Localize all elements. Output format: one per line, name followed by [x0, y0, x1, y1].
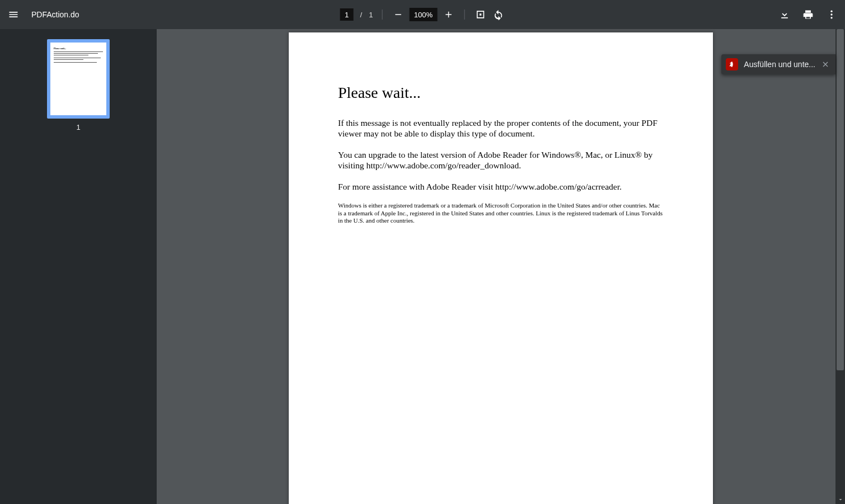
adobe-popup[interactable]: Ausfüllen und unte... [721, 54, 835, 74]
thumbnail-wrapper: Please wait... 1 [47, 39, 110, 131]
toolbar-right [778, 8, 838, 21]
rotate-icon[interactable] [491, 8, 505, 21]
close-icon[interactable] [821, 60, 830, 69]
toolbar-center: / 1 100% [340, 8, 505, 21]
thumb-tiny-line [54, 55, 88, 55]
toolbar-left: PDFAction.do [7, 8, 79, 21]
thumb-tiny-line [54, 62, 97, 63]
zoom-in-icon[interactable] [442, 8, 455, 21]
separator [382, 10, 382, 20]
thumb-tiny-line [54, 51, 103, 52]
svg-point-2 [830, 17, 832, 18]
file-title: PDFAction.do [31, 10, 79, 19]
thumb-tiny-line [54, 59, 83, 60]
download-icon[interactable] [778, 8, 791, 21]
doc-paragraph-2: You can upgrade to the latest version of… [338, 149, 664, 171]
separator [464, 10, 464, 20]
doc-legal: Windows is either a registered trademark… [338, 202, 664, 225]
doc-heading: Please wait... [338, 84, 664, 102]
page-input[interactable] [340, 8, 354, 21]
svg-point-0 [830, 11, 832, 12]
fit-page-icon[interactable] [473, 8, 487, 21]
viewer-body: Please wait... 1 Please wait... If this … [0, 29, 845, 504]
pdf-toolbar: PDFAction.do / 1 100% [0, 0, 845, 29]
vertical-scrollbar[interactable] [835, 29, 845, 504]
doc-paragraph-1: If this message is not eventually replac… [338, 117, 664, 139]
scrollbar-thumb[interactable] [837, 29, 844, 370]
thumb-tiny-line [54, 58, 101, 58]
print-icon[interactable] [801, 8, 815, 21]
scrollbar-down-arrow-icon[interactable] [835, 494, 845, 504]
page-count: 1 [369, 11, 373, 19]
pdf-page: Please wait... If this message is not ev… [289, 32, 713, 504]
thumb-tiny-title: Please wait... [54, 47, 103, 50]
more-icon[interactable] [825, 8, 838, 21]
zoom-out-icon[interactable] [391, 8, 405, 21]
main-viewport[interactable]: Please wait... If this message is not ev… [157, 29, 845, 504]
zoom-display[interactable]: 100% [409, 8, 437, 21]
page-count-separator: / [360, 11, 363, 19]
page-thumbnail-1[interactable]: Please wait... [47, 39, 110, 119]
menu-icon[interactable] [7, 8, 20, 21]
thumb-tiny-line [54, 53, 98, 54]
doc-paragraph-3: For more assistance with Adobe Reader vi… [338, 181, 664, 192]
svg-point-1 [830, 13, 832, 15]
thumbnail-sidebar: Please wait... 1 [0, 29, 157, 504]
thumbnail-label: 1 [76, 123, 80, 131]
adobe-acrobat-icon [726, 58, 738, 70]
popup-text: Ausfüllen und unte... [744, 60, 815, 69]
